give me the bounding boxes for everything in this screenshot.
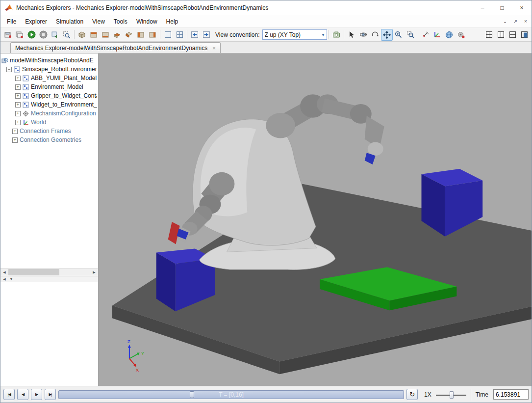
splitter-collapse-left-icon[interactable]: ◀ bbox=[1, 277, 7, 281]
save-explorer-icon[interactable] bbox=[2, 29, 14, 41]
subsystem-icon bbox=[23, 84, 29, 90]
layout-single-pane-icon[interactable] bbox=[162, 29, 174, 41]
save-all-icon[interactable] bbox=[14, 29, 25, 41]
speed-slider[interactable] bbox=[436, 390, 466, 400]
tree-item-label: Simscape_RobotEnvironmen bbox=[22, 66, 97, 73]
expand-icon[interactable]: + bbox=[15, 120, 21, 125]
time-field-label: Time bbox=[476, 391, 488, 398]
tree-item-label: Connection Geometries bbox=[20, 136, 81, 143]
rotate-about-point-icon[interactable] bbox=[420, 29, 431, 41]
snapshot-icon[interactable] bbox=[330, 29, 342, 41]
minimize-button[interactable]: – bbox=[473, 0, 492, 15]
play-button[interactable]: ▶ bbox=[31, 389, 42, 400]
step-forward-button[interactable]: ▶| bbox=[45, 389, 56, 400]
run-button[interactable] bbox=[25, 29, 37, 41]
tree-item-label: World bbox=[31, 119, 46, 126]
loop-playback-button[interactable]: ↻ bbox=[406, 389, 418, 400]
view-back-icon[interactable] bbox=[100, 29, 111, 41]
menu-tools[interactable]: Tools bbox=[109, 16, 132, 27]
tree-horizontal-scrollbar[interactable]: ◀ ▶ bbox=[0, 268, 98, 276]
tree-item-connection-frames[interactable]: + Connection Frames bbox=[0, 127, 98, 135]
expand-icon[interactable]: + bbox=[15, 76, 21, 81]
fit-to-view-icon[interactable] bbox=[61, 29, 73, 41]
time-input[interactable] bbox=[493, 389, 529, 400]
expand-icon[interactable]: + bbox=[15, 111, 21, 116]
log-playback-icon[interactable] bbox=[49, 29, 61, 41]
layout-quad-pane-icon[interactable] bbox=[174, 29, 185, 41]
view-isometric-icon[interactable] bbox=[76, 29, 88, 41]
time-slider[interactable]: T = [0,16] bbox=[58, 390, 404, 399]
view-left-icon[interactable] bbox=[135, 29, 147, 41]
tree-item-widget-to-environment[interactable]: + Widget_to_Environment_ bbox=[0, 100, 98, 109]
tree-item-connection-geometries[interactable]: + Connection Geometries bbox=[0, 135, 98, 144]
view-top-icon[interactable] bbox=[111, 29, 123, 41]
camera-previous-icon[interactable] bbox=[189, 29, 201, 41]
globe-icon[interactable] bbox=[443, 29, 455, 41]
pan-tool-icon[interactable] bbox=[381, 29, 393, 41]
properties-pane-empty bbox=[0, 282, 98, 386]
playbar-separator bbox=[471, 389, 471, 401]
menu-bar: File Explorer Simulation View Tools Wind… bbox=[0, 15, 532, 28]
window-layout-vsplit-icon[interactable] bbox=[495, 29, 507, 41]
expand-icon[interactable]: + bbox=[15, 102, 21, 107]
panel-close-icon[interactable]: × bbox=[521, 18, 530, 25]
tree-item-mechanism-configuration[interactable]: + MechanismConfiguration bbox=[0, 109, 98, 118]
mechanics-explorer-window: Mechanics Explorers - Mechanics Explorer… bbox=[0, 0, 532, 403]
menu-view[interactable]: View bbox=[88, 16, 109, 27]
menu-explorer[interactable]: Explorer bbox=[21, 16, 51, 27]
close-button[interactable]: × bbox=[512, 0, 532, 15]
select-tool-icon[interactable] bbox=[346, 29, 357, 41]
zoom-region-tool-icon[interactable] bbox=[405, 29, 416, 41]
matlab-logo-icon bbox=[4, 4, 13, 12]
menu-help[interactable]: Help bbox=[162, 16, 183, 27]
window-layout-quad-icon[interactable] bbox=[483, 29, 495, 41]
menu-file[interactable]: File bbox=[2, 16, 21, 27]
expand-icon[interactable]: + bbox=[12, 137, 18, 143]
camera-next-icon[interactable] bbox=[201, 29, 212, 41]
tab-close-icon[interactable]: × bbox=[212, 45, 215, 51]
tree-item-root[interactable]: modelWithSimscapeRobotAndE bbox=[0, 56, 98, 65]
tree-item-abb-yumi-plant-model[interactable]: + ABB_YUMI_Plant_Model bbox=[0, 74, 98, 82]
menu-collapse-icon[interactable]: ⌄ bbox=[501, 18, 509, 25]
tree-item-environment-model[interactable]: + Environment_Model bbox=[0, 82, 98, 91]
expand-icon[interactable]: + bbox=[12, 129, 18, 134]
expand-icon[interactable]: + bbox=[15, 93, 21, 99]
tree-item-gripper-to-widget-contact[interactable]: + Gripper_to_Widget_Conta bbox=[0, 91, 98, 100]
scrollbar-thumb[interactable] bbox=[8, 269, 59, 275]
menu-window[interactable]: Window bbox=[132, 16, 162, 27]
menu-simulation[interactable]: Simulation bbox=[51, 16, 88, 27]
scroll-right-icon[interactable]: ▶ bbox=[90, 269, 98, 276]
panel-splitter[interactable]: ◀ ▼ bbox=[0, 276, 98, 282]
window-title: Mechanics Explorers - Mechanics Explorer… bbox=[16, 4, 473, 11]
stop-button[interactable] bbox=[37, 29, 49, 41]
step-back-button[interactable]: ◀ bbox=[17, 389, 28, 400]
splitter-collapse-down-icon[interactable]: ▼ bbox=[8, 277, 14, 281]
tree-item-world[interactable]: + World bbox=[0, 118, 98, 127]
tab-bar: Mechanics Explorer-modelWithSimscapeRobo… bbox=[0, 42, 532, 54]
orbit-tool-icon[interactable] bbox=[357, 29, 369, 41]
time-slider-handle[interactable] bbox=[190, 391, 194, 398]
view-right-icon[interactable] bbox=[147, 29, 158, 41]
speed-slider-thumb[interactable] bbox=[450, 391, 454, 399]
roll-tool-icon[interactable] bbox=[369, 29, 381, 41]
view-bottom-icon[interactable] bbox=[123, 29, 135, 41]
window-layout-hsplit-icon[interactable] bbox=[507, 29, 518, 41]
maximize-button[interactable]: □ bbox=[492, 0, 512, 15]
record-video-icon[interactable] bbox=[455, 29, 467, 41]
window-layout-single-icon[interactable] bbox=[518, 29, 530, 41]
viewport-3d[interactable]: Z Y X bbox=[99, 54, 532, 386]
zoom-in-tool-icon[interactable] bbox=[393, 29, 405, 41]
tab-mechanics-explorer[interactable]: Mechanics Explorer-modelWithSimscapeRobo… bbox=[10, 42, 221, 53]
view-convention-value: Z up (XY Top) bbox=[265, 31, 322, 38]
scrollbar-track[interactable] bbox=[8, 269, 90, 276]
playback-speed-label: 1X bbox=[424, 391, 431, 398]
view-front-icon[interactable] bbox=[88, 29, 100, 41]
scroll-left-icon[interactable]: ◀ bbox=[0, 269, 8, 276]
expand-icon[interactable]: + bbox=[15, 84, 21, 90]
view-convention-dropdown[interactable]: Z up (XY Top) ▾ bbox=[262, 29, 327, 40]
collapse-icon[interactable]: − bbox=[6, 67, 12, 72]
frame-axes-icon[interactable] bbox=[431, 29, 443, 41]
undock-icon[interactable]: ↗ bbox=[511, 18, 520, 25]
tree-item-simscape-robotenvironment[interactable]: − Simscape_RobotEnvironmen bbox=[0, 65, 98, 74]
go-to-start-button[interactable]: |◀ bbox=[3, 389, 15, 400]
